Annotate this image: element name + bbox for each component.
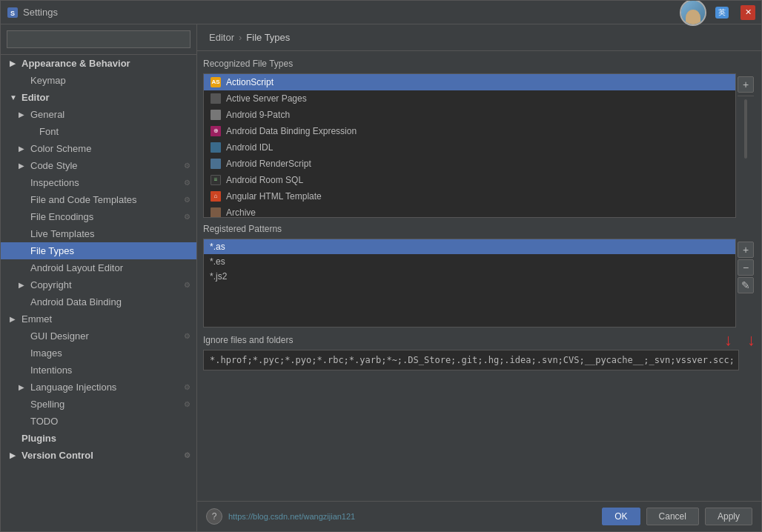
sidebar-item-android-layout[interactable]: Android Layout Editor [1, 259, 196, 276]
icon-android-room-sql: ≡ [210, 174, 222, 186]
file-type-android-room-sql[interactable]: ≡ Android Room SQL [204, 172, 735, 188]
sidebar-item-gui-designer[interactable]: GUI Designer ⚙ [1, 327, 196, 345]
sidebar-item-emmet[interactable]: ▶ Emmet [1, 310, 196, 327]
sidebar-item-android-data-binding[interactable]: Android Data Binding [1, 293, 196, 310]
app-icon: S [7, 7, 19, 19]
sidebar-item-spelling[interactable]: Spelling ⚙ [1, 396, 196, 413]
footer-right: OK Cancel Apply [602, 508, 752, 525]
search-input[interactable] [7, 30, 190, 48]
recognized-file-types-label: Recognized File Types [203, 57, 755, 70]
file-type-asp[interactable]: Active Server Pages [204, 90, 735, 107]
file-type-archive[interactable]: Archive [204, 205, 735, 217]
breadcrumb-current: File Types [246, 32, 290, 43]
main-body: Recognized File Types AS ActionScript [197, 51, 761, 501]
sidebar-item-images[interactable]: Images [1, 345, 196, 362]
sidebar-item-inspections[interactable]: Inspections ⚙ [1, 174, 196, 191]
breadcrumb-parent: Editor [209, 32, 234, 43]
main-panel: Editor › File Types Recognized File Type… [197, 24, 761, 531]
settings-icon-spelling: ⚙ [184, 400, 190, 408]
settings-icon-file-enc: ⚙ [184, 213, 190, 221]
settings-icon-file-code: ⚙ [184, 196, 190, 204]
add-file-type-btn[interactable]: + [738, 76, 754, 93]
settings-icon-copyright: ⚙ [184, 281, 190, 289]
search-wrapper: 🔍 [7, 30, 190, 48]
main-content: 🔍 ▶ Appearance & Behavior Keymap ▼ [1, 24, 761, 531]
patterns-list: *.as *.es *.js2 [204, 239, 735, 327]
close-button[interactable]: ✕ [741, 5, 755, 20]
sidebar-item-keymap[interactable]: Keymap [1, 72, 196, 89]
sidebar-item-general[interactable]: ▶ General [1, 106, 196, 123]
sidebar-item-appearance[interactable]: ▶ Appearance & Behavior [1, 55, 196, 72]
sidebar: 🔍 ▶ Appearance & Behavior Keymap ▼ [1, 24, 197, 531]
settings-icon-gui: ⚙ [184, 332, 190, 340]
file-type-android-renderscript[interactable]: Android RenderScript [204, 156, 735, 172]
arrow-emmet: ▶ [10, 315, 19, 323]
file-type-android-9patch[interactable]: Android 9-Patch [204, 107, 735, 123]
icon-archive [210, 207, 222, 217]
sidebar-item-file-types[interactable]: File Types [1, 242, 196, 259]
breadcrumb-separator: › [239, 32, 242, 43]
arrow-editor: ▼ [10, 93, 19, 102]
icon-android-db-expr: ⊕ [210, 125, 222, 137]
sidebar-item-live-templates[interactable]: Live Templates [1, 225, 196, 242]
arrow-color-scheme: ▶ [19, 144, 27, 153]
status-url: https://blog.csdn.net/wangzijian121 [228, 512, 355, 521]
red-arrow-1: ↓ [724, 332, 732, 348]
window-title: Settings [23, 7, 680, 18]
settings-icon-vc: ⚙ [184, 451, 190, 459]
icon-angular-html: ⌂ [210, 190, 222, 202]
title-bar: S Settings 英 ✕ [1, 1, 761, 24]
help-button[interactable]: ? [206, 508, 222, 525]
icon-android-renderscript [210, 158, 222, 170]
icon-android-idl [210, 142, 222, 153]
sidebar-item-code-style[interactable]: ▶ Code Style ⚙ [1, 157, 196, 174]
sidebar-item-todo[interactable]: TODO [1, 413, 196, 430]
pattern-es[interactable]: *.es [204, 254, 735, 269]
sidebar-item-color-scheme[interactable]: ▶ Color Scheme [1, 140, 196, 157]
arrow-vc: ▶ [10, 451, 19, 459]
edit-pattern-btn[interactable]: ✎ [738, 277, 754, 293]
ignore-files-label: Ignore files and folders [203, 333, 293, 347]
file-type-actionscript[interactable]: AS ActionScript [204, 74, 735, 90]
settings-window: S Settings 英 ✕ 🔍 [0, 0, 762, 532]
ignore-files-input[interactable] [203, 350, 739, 370]
settings-icon-inspections: ⚙ [184, 179, 190, 187]
file-type-android-idl[interactable]: Android IDL [204, 139, 735, 156]
icon-actionscript: AS [210, 76, 222, 88]
svg-text:S: S [10, 10, 15, 17]
cancel-button[interactable]: Cancel [646, 508, 699, 525]
sidebar-item-intentions[interactable]: Intentions [1, 362, 196, 379]
registered-patterns-label: Registered Patterns [203, 222, 755, 236]
arrow-appearance: ▶ [10, 59, 19, 67]
sidebar-item-copyright[interactable]: ▶ Copyright ⚙ [1, 276, 196, 293]
arrow-general: ▶ [19, 110, 27, 119]
sidebar-item-plugins[interactable]: Plugins [1, 430, 196, 447]
sidebar-scroll: ▶ Appearance & Behavior Keymap ▼ Editor … [1, 55, 196, 531]
remove-pattern-btn[interactable]: − [738, 259, 754, 276]
sidebar-item-file-encodings[interactable]: File Encodings ⚙ [1, 208, 196, 225]
red-arrow-2: ↓ [747, 332, 755, 348]
sidebar-item-file-code-templates[interactable]: File and Code Templates ⚙ [1, 191, 196, 208]
arrow-lang-inj: ▶ [19, 383, 27, 391]
sidebar-item-editor[interactable]: ▼ Editor [1, 89, 196, 106]
icon-android-9patch [210, 109, 222, 121]
language-badge: 英 [715, 7, 729, 19]
footer: ? https://blog.csdn.net/wangzijian121 OK… [197, 501, 761, 531]
pattern-as[interactable]: *.as [204, 239, 735, 254]
footer-left: ? https://blog.csdn.net/wangzijian121 [206, 508, 355, 525]
add-pattern-btn[interactable]: + [738, 242, 754, 258]
file-types-list: AS ActionScript Active Server Pages [204, 74, 735, 217]
settings-icon-lang-inj: ⚙ [184, 383, 190, 391]
sidebar-item-font[interactable]: Font [1, 123, 196, 140]
arrow-code-style: ▶ [19, 162, 27, 170]
icon-asp [210, 93, 222, 104]
file-type-angular-html[interactable]: ⌂ Angular HTML Template [204, 188, 735, 205]
apply-button[interactable]: Apply [705, 508, 752, 525]
sidebar-item-version-control[interactable]: ▶ Version Control ⚙ [1, 447, 196, 464]
main-header: Editor › File Types [197, 24, 761, 51]
pattern-js2[interactable]: *.js2 [204, 269, 735, 284]
sidebar-item-language-injections[interactable]: ▶ Language Injections ⚙ [1, 379, 196, 396]
ok-button[interactable]: OK [602, 508, 640, 525]
file-type-android-db-expr[interactable]: ⊕ Android Data Binding Expression [204, 123, 735, 139]
search-box: 🔍 [1, 24, 196, 55]
